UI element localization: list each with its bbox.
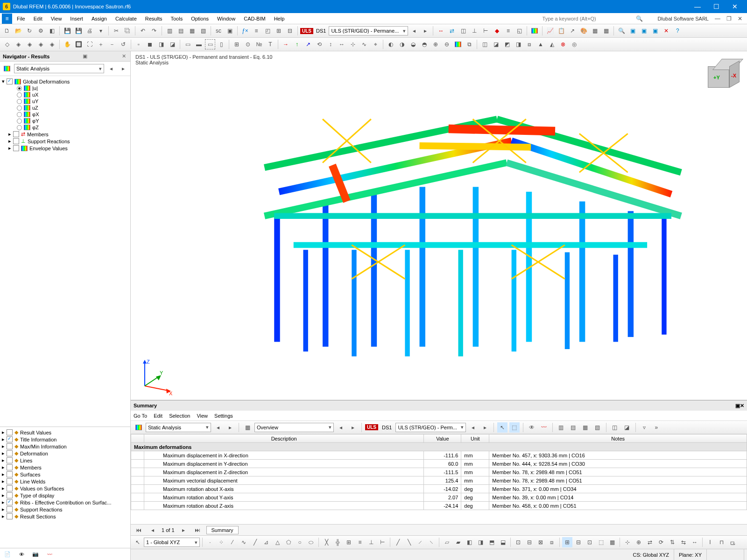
colors-icon[interactable]: 🎨	[578, 26, 589, 36]
opt-check-1[interactable]	[7, 436, 13, 442]
tree-members[interactable]: Members	[27, 132, 49, 137]
m21-icon[interactable]: ▱	[442, 537, 452, 547]
export-icon[interactable]: ↗	[567, 26, 578, 36]
num-icon[interactable]: №	[254, 39, 264, 49]
vx-icon[interactable]: ◈	[13, 39, 23, 49]
summary-menu-edit[interactable]: Edit	[154, 413, 162, 419]
summary-menu-goto[interactable]: Go To	[134, 413, 147, 419]
m6-icon[interactable]: ⊿	[261, 537, 271, 547]
nav-dropdown[interactable]: Static Analysis	[14, 64, 104, 73]
stool-g-icon[interactable]: ▦	[580, 422, 591, 433]
disp6-icon[interactable]: ⊖	[442, 39, 452, 49]
summary-drop2[interactable]: Overview	[254, 423, 334, 432]
summary-drop1[interactable]: Static Analysis	[146, 423, 211, 432]
m19-icon[interactable]: ⟋	[415, 537, 425, 547]
solid-icon[interactable]: ◼	[145, 39, 155, 49]
r3-icon[interactable]: ◫	[458, 26, 468, 36]
m4-icon[interactable]: ∿	[239, 537, 249, 547]
stool-filter-icon[interactable]: ▿	[639, 422, 649, 433]
opt-label-0[interactable]: Result Values	[20, 430, 51, 435]
opt-label-11[interactable]: Support Reactions	[20, 507, 63, 512]
tree-radio-0[interactable]	[17, 86, 22, 91]
stool-i-icon[interactable]: ◫	[610, 422, 620, 433]
tree-check-global[interactable]	[7, 78, 13, 84]
m18-icon[interactable]: ╲	[404, 537, 414, 547]
opt-label-2[interactable]: Max/Min Information	[20, 444, 67, 449]
graph-icon[interactable]: 📈	[545, 26, 555, 36]
zoomfit-icon[interactable]: ⛶	[85, 39, 95, 49]
col-notes[interactable]: Notes	[489, 434, 747, 443]
stool-b-icon[interactable]: ⬚	[509, 422, 520, 433]
stool-e-icon[interactable]: ▥	[556, 422, 566, 433]
open-icon[interactable]: 📂	[13, 26, 23, 36]
summary-close-icon[interactable]: ✕	[740, 403, 744, 409]
opt-label-1[interactable]: Title Information	[20, 437, 56, 442]
panel3-icon[interactable]: ▦	[187, 26, 197, 36]
ax7-icon[interactable]: ⊹	[348, 39, 358, 49]
box1-icon[interactable]: ▣	[627, 26, 638, 36]
sel4-icon[interactable]: ▯	[216, 39, 226, 49]
m40-icon[interactable]: ⇅	[667, 537, 677, 547]
menu-view[interactable]: View	[47, 14, 66, 23]
summary-tab[interactable]: Summary	[206, 526, 239, 534]
menu-results[interactable]: Results	[141, 14, 166, 23]
summary-grid[interactable]: Description Value Unit Notes Maximum def…	[131, 434, 747, 524]
cl8-icon[interactable]: ⊗	[558, 39, 568, 49]
panel4-icon[interactable]: ▧	[198, 26, 208, 36]
opt-label-12[interactable]: Result Sections	[20, 514, 56, 519]
r1-icon[interactable]: ↔	[436, 26, 446, 36]
cl6-icon[interactable]: ▲	[536, 39, 546, 49]
cl5-icon[interactable]: ⧈	[524, 39, 535, 49]
ax6-icon[interactable]: ↔	[337, 39, 347, 49]
cl4-icon[interactable]: ◨	[513, 39, 523, 49]
tree-radio-label-3[interactable]: uZ	[32, 105, 38, 111]
menu-edit[interactable]: Edit	[30, 14, 46, 23]
menu-options[interactable]: Options	[187, 14, 212, 23]
stool-c-icon[interactable]: 👁	[527, 422, 537, 433]
box3-icon[interactable]: ▣	[650, 26, 660, 36]
print-icon[interactable]: 🖨	[85, 26, 95, 36]
m11-icon[interactable]: ╳	[321, 537, 331, 547]
m15-icon[interactable]: ⊥	[366, 537, 376, 547]
cl9-icon[interactable]: ◎	[569, 39, 579, 49]
nav-tab-cam-icon[interactable]: 📷	[30, 550, 41, 559]
r5-icon[interactable]: ⊢	[480, 26, 491, 36]
undo-icon[interactable]: ↶	[138, 26, 148, 36]
model-viewport[interactable]: DS1 - ULS (STR/GEO) - Permanent and tran…	[131, 51, 747, 400]
minimize-button[interactable]: —	[688, 3, 707, 10]
opt-label-5[interactable]: Members	[20, 465, 42, 470]
summary-menu-settings[interactable]: Settings	[214, 413, 233, 419]
menu-help[interactable]: Help	[270, 14, 289, 23]
ax3-icon[interactable]: ↗	[303, 39, 313, 49]
zoomin-icon[interactable]: ＋	[96, 39, 106, 49]
m26-icon[interactable]: ⬓	[498, 537, 508, 547]
m34-icon[interactable]: ⬚	[596, 537, 606, 547]
opt-label-9[interactable]: Type of display	[20, 493, 54, 498]
r6-icon[interactable]: ◆	[492, 26, 502, 36]
sel3-icon[interactable]: ▭	[205, 39, 215, 49]
stool-more-icon[interactable]: »	[651, 422, 662, 433]
calc2-icon[interactable]: ≡	[251, 26, 261, 36]
calc-icon[interactable]: ƒ×	[240, 26, 250, 36]
opt-label-4[interactable]: Lines	[20, 458, 32, 463]
menu-assign[interactable]: Assign	[88, 14, 111, 23]
child-close-icon[interactable]: ✕	[735, 14, 745, 24]
menu-file[interactable]: File	[13, 14, 29, 23]
tables-icon[interactable]: ▣	[225, 26, 235, 36]
calc5-icon[interactable]: ⊟	[285, 26, 295, 36]
combination-dropdown[interactable]: ULS (STR/GEO) - Permane...	[329, 26, 408, 35]
opt-check-0[interactable]	[7, 429, 13, 435]
m37-icon[interactable]: ⊕	[634, 537, 644, 547]
wire-icon[interactable]: ▫	[134, 39, 144, 49]
col-value[interactable]: Value	[424, 434, 461, 443]
block-icon[interactable]: ◧	[47, 26, 57, 36]
tree-radio-label-4[interactable]: φX	[32, 112, 39, 117]
tbl2-icon[interactable]: ▦	[601, 26, 611, 36]
opt-label-6[interactable]: Surfaces	[20, 472, 40, 477]
ax9-icon[interactable]: ⌖	[370, 39, 381, 49]
stool-prev3-icon[interactable]: ◂	[468, 422, 478, 433]
stool-next1-icon[interactable]: ▸	[225, 422, 235, 433]
save-all-icon[interactable]: 💾	[73, 26, 84, 36]
tree-radio-4[interactable]	[17, 112, 22, 117]
summary-undock-icon[interactable]: ▣	[735, 403, 740, 409]
